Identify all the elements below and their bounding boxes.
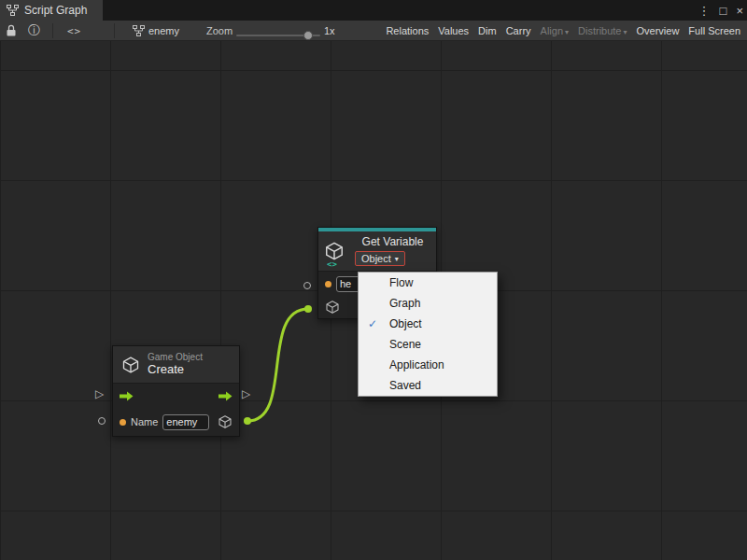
flow-input-port[interactable]: ▷ bbox=[95, 388, 104, 399]
menu-item-label: Graph bbox=[389, 297, 420, 310]
variable-kind-value: Object bbox=[361, 253, 391, 264]
graph-name-breadcrumb[interactable]: enemy bbox=[148, 21, 179, 41]
fullscreen-button[interactable]: Full Screen bbox=[684, 21, 745, 41]
flow-output-port[interactable]: ▷ bbox=[242, 388, 250, 399]
cube-icon bbox=[121, 356, 140, 374]
menu-item-flow[interactable]: Flow bbox=[359, 273, 497, 293]
info-icon[interactable]: ⓘ bbox=[28, 21, 40, 41]
menu-item-label: Application bbox=[389, 358, 444, 371]
get-variable-header: <> Get Variable Object ▾ bbox=[318, 231, 436, 272]
flow-port-row bbox=[113, 384, 239, 408]
connected-output-port[interactable] bbox=[244, 417, 251, 425]
flow-out-arrow-icon[interactable] bbox=[218, 391, 233, 401]
graph-toolbar: ⓘ <> enemy Zoom 1x Relations Values Dim … bbox=[0, 21, 747, 41]
zoom-label: Zoom bbox=[206, 21, 233, 41]
create-game-object-node[interactable]: Game Object Create Name bbox=[112, 345, 240, 437]
script-graph-window: Script Graph ⋮ □ × ⓘ <> bbox=[0, 0, 747, 560]
titlebar: Script Graph ⋮ □ × bbox=[0, 0, 747, 21]
distribute-label: Distribute bbox=[578, 25, 621, 36]
chevron-down-icon: ▾ bbox=[565, 28, 569, 36]
close-icon[interactable]: × bbox=[736, 4, 743, 18]
check-icon: ✓ bbox=[368, 314, 377, 334]
game-object-input-icon[interactable] bbox=[325, 300, 340, 315]
menu-item-label: Flow bbox=[389, 276, 413, 289]
toolbar-separator bbox=[52, 23, 53, 38]
game-object-output-icon[interactable] bbox=[218, 414, 233, 429]
window-menu-icon[interactable]: ⋮ bbox=[698, 4, 711, 18]
menu-item-object[interactable]: ✓ Object bbox=[359, 314, 497, 334]
align-label: Align bbox=[541, 25, 563, 36]
variable-cube-icon: <> bbox=[324, 235, 348, 266]
variable-name-port[interactable] bbox=[303, 282, 311, 289]
node-title: Create bbox=[148, 363, 203, 377]
values-button[interactable]: Values bbox=[433, 21, 473, 41]
value-port-dot[interactable] bbox=[120, 419, 126, 426]
dim-button[interactable]: Dim bbox=[473, 21, 501, 41]
toolbar-buttons: Relations Values Dim Carry Align▾ Distri… bbox=[381, 21, 745, 41]
value-input-port[interactable] bbox=[98, 417, 106, 425]
menu-item-application[interactable]: Application bbox=[359, 355, 497, 375]
menu-item-saved[interactable]: Saved bbox=[359, 375, 497, 396]
variable-kind-menu: Flow Graph ✓ Object Scene Application Sa… bbox=[358, 272, 498, 397]
menu-item-graph[interactable]: Graph bbox=[359, 293, 497, 314]
maximize-icon[interactable]: □ bbox=[720, 4, 727, 18]
align-button[interactable]: Align▾ bbox=[536, 21, 573, 41]
name-input[interactable] bbox=[162, 414, 209, 430]
name-label: Name bbox=[131, 416, 158, 427]
zoom-value: 1x bbox=[324, 21, 335, 41]
relations-button[interactable]: Relations bbox=[381, 21, 433, 41]
flow-in-arrow-icon[interactable] bbox=[120, 391, 134, 401]
tab-script-graph[interactable]: Script Graph bbox=[0, 0, 103, 21]
distribute-button[interactable]: Distribute▾ bbox=[573, 21, 631, 41]
menu-item-scene[interactable]: Scene bbox=[359, 334, 497, 355]
graph-asset-icon bbox=[133, 21, 145, 41]
code-view-icon[interactable]: <> bbox=[67, 21, 81, 41]
chevron-down-icon: ▾ bbox=[624, 28, 627, 36]
menu-item-label: Saved bbox=[389, 379, 421, 392]
name-input-row: Name bbox=[113, 408, 239, 436]
node-title: Get Variable bbox=[362, 235, 424, 248]
toolbar-separator bbox=[114, 23, 115, 38]
value-port-dot[interactable] bbox=[325, 281, 331, 287]
lock-icon[interactable] bbox=[6, 21, 17, 41]
create-node-header: Game Object Create bbox=[113, 346, 239, 384]
tab-title: Script Graph bbox=[24, 4, 87, 17]
zoom-slider-handle[interactable] bbox=[303, 31, 313, 40]
chevron-down-icon: ▾ bbox=[395, 255, 399, 263]
menu-item-label: Object bbox=[389, 317, 422, 330]
graph-canvas[interactable]: Game Object Create Name bbox=[0, 41, 747, 560]
graph-icon bbox=[7, 5, 19, 16]
connected-input-port[interactable] bbox=[304, 305, 312, 313]
menu-item-label: Scene bbox=[389, 338, 421, 351]
code-badge-icon: <> bbox=[327, 259, 337, 269]
variable-kind-dropdown[interactable]: Object ▾ bbox=[355, 251, 405, 266]
overview-button[interactable]: Overview bbox=[632, 21, 684, 41]
carry-button[interactable]: Carry bbox=[501, 21, 536, 41]
